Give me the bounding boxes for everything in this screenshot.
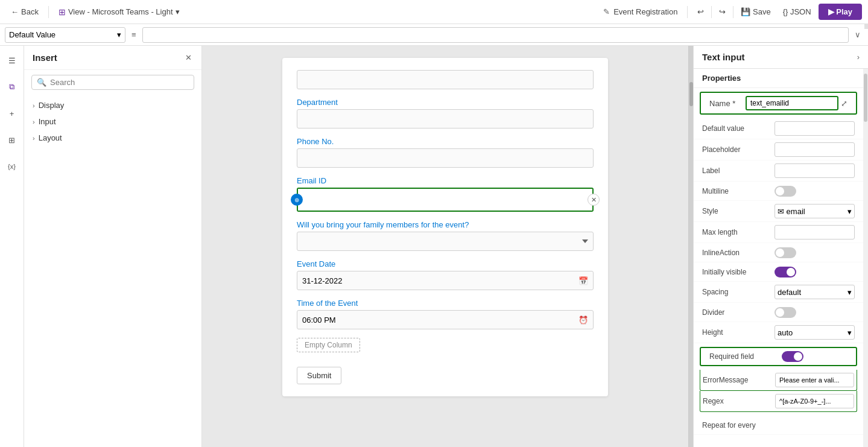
max-length-input[interactable]	[775, 225, 855, 239]
add-button[interactable]: +	[2, 104, 22, 123]
component-button[interactable]: ⊞	[2, 130, 22, 150]
error-message-input[interactable]	[775, 373, 854, 387]
canvas-area: Department Phone No. Email ID ⊕ ✕ Will y…	[202, 46, 688, 447]
email-field-close-icon[interactable]: ✕	[588, 194, 600, 206]
event-name[interactable]: ✎ Event Registration	[598, 5, 682, 19]
initially-visible-toggle-thumb	[787, 268, 795, 276]
formula-dropdown[interactable]: Default Value ▾	[5, 27, 125, 43]
top-field-group	[297, 70, 594, 89]
multiline-row: Multiline	[694, 182, 863, 201]
spacing-select[interactable]: default ▾	[775, 285, 855, 299]
back-button[interactable]: ← Back	[6, 5, 43, 19]
spacing-label: Spacing	[702, 288, 775, 296]
insert-close-button[interactable]: ✕	[184, 52, 193, 63]
style-value: ✉ email	[778, 207, 805, 216]
label-input[interactable]	[775, 163, 855, 178]
json-button[interactable]: {} JSON	[778, 5, 816, 19]
divider-toggle[interactable]	[775, 307, 796, 318]
inline-action-row: InlineAction	[694, 243, 863, 262]
tree-label-input: Input	[39, 117, 56, 126]
formula-bar: Default Value ▾ ≡ ∨	[0, 24, 868, 46]
event-date-value: 31-12-2022	[302, 276, 343, 285]
regex-input[interactable]	[775, 394, 854, 408]
save-button[interactable]: 💾 Save	[736, 5, 775, 19]
inline-action-label: InlineAction	[702, 249, 775, 257]
formula-chevron-icon[interactable]: ∨	[852, 28, 863, 42]
name-expand-icon[interactable]: ⤢	[841, 99, 847, 108]
error-message-label: ErrorMessage	[703, 376, 775, 384]
required-field-toggle[interactable]	[782, 351, 803, 362]
search-icon: 🔍	[37, 78, 46, 87]
insert-panel: Insert ✕ 🔍 › Display › Input › Layout	[24, 46, 202, 447]
style-chevron-icon: ▾	[847, 207, 852, 216]
label-label: Label	[702, 166, 775, 175]
phone-input[interactable]	[297, 148, 594, 168]
required-field-label: Required field	[709, 352, 782, 361]
regex-label: Regex	[703, 397, 775, 405]
name-row-highlighted: Name * ⤢	[700, 92, 857, 115]
right-panel-scrollbar[interactable]	[863, 69, 868, 447]
inline-action-toggle[interactable]	[775, 247, 796, 258]
empty-column[interactable]: Empty Column	[297, 338, 360, 352]
pencil-icon: ✎	[603, 7, 610, 16]
hamburger-menu-button[interactable]: ☰	[2, 51, 22, 70]
department-label: Department	[297, 98, 594, 107]
initially-visible-toggle[interactable]	[775, 267, 796, 277]
save-label: Save	[753, 7, 771, 16]
right-panel-expand-icon[interactable]: ›	[857, 52, 860, 62]
event-date-field-group: Event Date 31-12-2022 📅	[297, 259, 594, 290]
center-scrollbar[interactable]	[688, 46, 693, 447]
play-label: Play	[836, 7, 852, 16]
play-button[interactable]: ▶ Play	[819, 4, 862, 20]
right-panel-scrollbar-thumb[interactable]	[864, 74, 867, 122]
submit-button[interactable]: Submit	[297, 367, 341, 384]
family-select[interactable]	[297, 232, 594, 251]
tree-item-input[interactable]: › Input	[24, 113, 201, 130]
search-box[interactable]: 🔍	[31, 75, 194, 90]
placeholder-label: Placeholder	[702, 145, 775, 154]
placeholder-input[interactable]	[775, 142, 855, 157]
variable-button[interactable]: {x}	[2, 157, 22, 176]
regex-row: Regex	[700, 391, 857, 412]
search-input[interactable]	[50, 78, 189, 87]
top-empty-input[interactable]	[297, 70, 594, 89]
topbar-divider-4	[733, 6, 733, 18]
redo-button[interactable]: ↪	[714, 5, 730, 19]
tree-item-layout[interactable]: › Layout	[24, 130, 201, 146]
name-label-text: Name *	[709, 99, 735, 108]
department-input[interactable]	[297, 109, 594, 128]
undo-button[interactable]: ↩	[692, 5, 709, 19]
time-input[interactable]: 06:00 PM ⏰	[297, 310, 594, 329]
event-label: Event Registration	[613, 7, 677, 16]
style-select[interactable]: ✉ email ▾	[775, 204, 855, 218]
inline-action-toggle-wrapper	[775, 247, 855, 258]
default-value-field	[775, 121, 855, 136]
email-input[interactable]	[298, 189, 592, 211]
name-field-label: Name *	[709, 99, 746, 108]
phone-label: Phone No.	[297, 137, 594, 146]
event-date-input[interactable]: 31-12-2022 📅	[297, 271, 594, 290]
email-field-left-icon[interactable]: ⊕	[291, 194, 303, 206]
topbar-divider	[48, 6, 49, 18]
height-value: auto	[778, 328, 793, 337]
default-value-input[interactable]	[775, 121, 855, 136]
empty-col-wrapper: Empty Column	[297, 338, 594, 360]
multiline-toggle[interactable]	[775, 186, 796, 197]
name-input[interactable]	[746, 96, 838, 110]
divider-row: Divider	[694, 303, 863, 322]
center-scrollbar-thumb[interactable]	[689, 82, 693, 106]
topbar: ← Back ⊞ View - Microsoft Teams - Light …	[0, 0, 868, 24]
layers-button[interactable]: ⧉	[2, 77, 22, 97]
style-label: Style	[702, 207, 775, 215]
back-label: Back	[21, 7, 39, 16]
right-panel-title: Text input	[702, 52, 745, 62]
view-selector[interactable]: ⊞ View - Microsoft Teams - Light ▾	[54, 5, 185, 19]
style-row: Style ✉ email ▾	[694, 201, 863, 222]
spacing-row: Spacing default ▾	[694, 282, 863, 303]
height-select[interactable]: auto ▾	[775, 325, 855, 340]
repeat-label: Repeat for every	[702, 421, 775, 430]
view-chevron-icon: ▾	[176, 7, 180, 16]
initially-visible-toggle-wrapper	[775, 267, 855, 277]
formula-input[interactable]	[142, 27, 849, 43]
tree-item-display[interactable]: › Display	[24, 97, 201, 113]
